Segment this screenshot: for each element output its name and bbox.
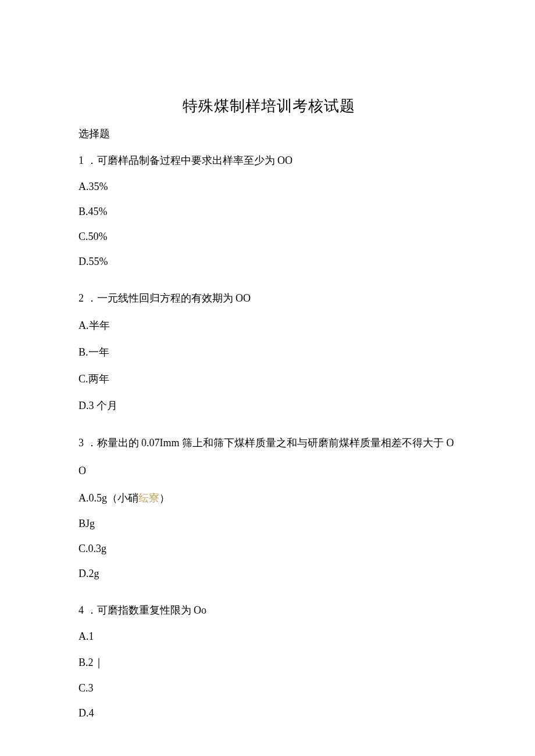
question-1: 1 ．可磨样品制备过程中要求出样率至少为 OO [79, 153, 459, 168]
option-4d: D.4 [79, 707, 459, 719]
option-3c: C.0.3g [79, 543, 459, 555]
section-label: 选择题 [79, 127, 459, 141]
option-1b: B.45% [79, 206, 459, 218]
option-3b: BJg [79, 518, 459, 530]
question-3-line2: O [79, 464, 459, 478]
option-4a: A.1 [79, 630, 459, 643]
question-number: 4 [79, 604, 84, 616]
option-2d: D.3 个月 [79, 399, 459, 413]
option-1a: A.35% [79, 181, 459, 193]
document-title: 特殊煤制样培训考核试题 [79, 96, 459, 116]
question-text: ．一元线性回归方程的有效期为 OO [87, 292, 251, 304]
option-4c: C.3 [79, 682, 459, 694]
question-text: ．可磨样品制备过程中要求出样率至少为 OO [87, 155, 293, 166]
option-3d: D.2g [79, 568, 459, 580]
question-number: 3 [79, 437, 84, 449]
question-3: 3 ．称量出的 0.07Imm 筛上和筛下煤样质量之和与研磨前煤样质量相差不得大… [79, 436, 459, 450]
question-text-line1: ．称量出的 0.07Imm 筛上和筛下煤样质量之和与研磨前煤样质量相差不得大于 … [87, 437, 454, 449]
question-4: 4 ．可磨指数重复性限为 Oo [79, 603, 459, 618]
option-4b: B.2｜ [79, 655, 459, 669]
option-2b: B.一年 [79, 345, 459, 359]
question-number: 2 [79, 292, 84, 304]
question-2: 2 ．一元线性回归方程的有效期为 OO [79, 291, 459, 306]
question-text: ．可磨指数重复性限为 Oo [87, 604, 207, 616]
question-number: 1 [79, 155, 84, 166]
option-2c: C.两年 [79, 372, 459, 386]
option-1c: C.50% [79, 231, 459, 243]
option-1d: D.55% [79, 256, 459, 268]
option-3a: A.0.5g（小硝纭寮） [79, 491, 459, 505]
option-2a: A.半年 [79, 318, 459, 332]
